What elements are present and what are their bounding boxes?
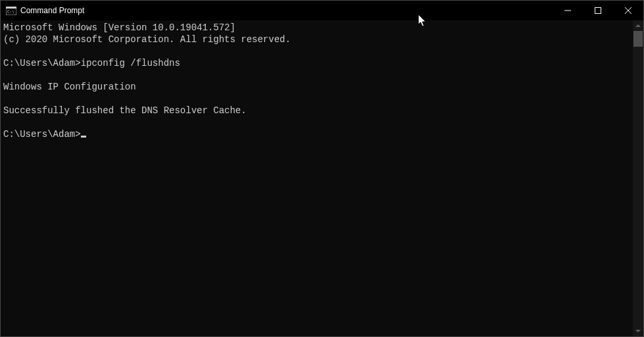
banner-line-2: (c) 2020 Microsoft Corporation. All righ… [3, 34, 291, 45]
svg-marker-8 [635, 330, 641, 332]
scroll-down-icon[interactable] [633, 326, 643, 336]
prompt-path: C:\Users\Adam> [3, 129, 81, 140]
scrollbar-thumb[interactable] [633, 31, 643, 47]
window-controls [553, 1, 643, 20]
cmd-icon: C:\ [6, 6, 16, 15]
window-title: Command Prompt [20, 6, 84, 15]
close-button[interactable] [613, 1, 643, 20]
minimize-button[interactable] [553, 1, 583, 20]
command-prompt-window: C:\ Command Prompt Microsoft Windows [Ve… [0, 0, 644, 337]
text-cursor [81, 136, 86, 138]
content-area: Microsoft Windows [Version 10.0.19041.57… [1, 20, 643, 336]
svg-text:C:\: C:\ [7, 9, 14, 14]
vertical-scrollbar[interactable] [633, 20, 643, 336]
output-heading: Windows IP Configuration [3, 82, 136, 92]
scroll-up-icon[interactable] [633, 20, 643, 31]
output-message: Successfully flushed the DNS Resolver Ca… [3, 105, 247, 116]
svg-rect-1 [6, 7, 16, 9]
terminal-output[interactable]: Microsoft Windows [Version 10.0.19041.57… [1, 20, 633, 336]
prompt-path: C:\Users\Adam> [3, 58, 81, 68]
svg-marker-7 [635, 24, 641, 27]
typed-command: ipconfig /flushdns [81, 58, 180, 68]
banner-line-1: Microsoft Windows [Version 10.0.19041.57… [3, 22, 235, 33]
maximize-button[interactable] [583, 1, 613, 20]
svg-rect-4 [595, 8, 601, 14]
titlebar[interactable]: C:\ Command Prompt [1, 1, 643, 20]
